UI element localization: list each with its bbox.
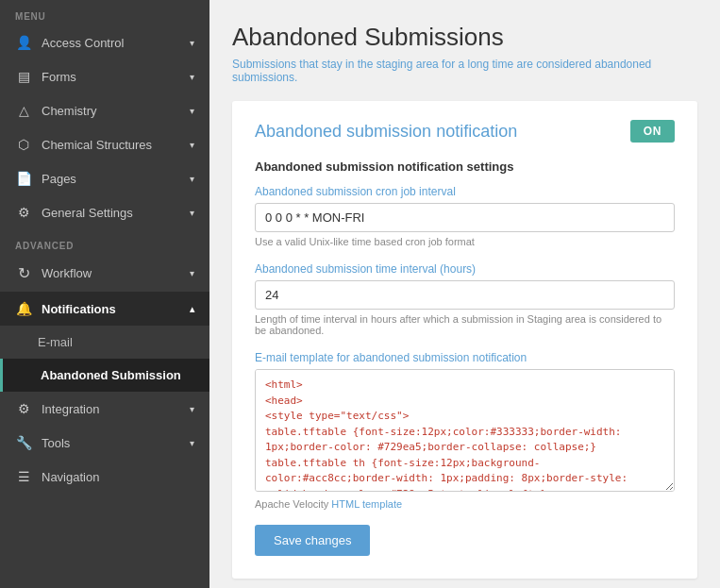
pages-icon: 📄: [15, 171, 32, 186]
email-template-textarea[interactable]: [255, 369, 675, 492]
sidebar-item-label: Navigation: [42, 470, 99, 484]
chemical-structures-icon: ⬡: [15, 137, 32, 152]
main-content: Abandoned Submissions Submissions that s…: [209, 0, 720, 588]
card-title: Abandoned submission notification: [255, 122, 517, 142]
toggle-button[interactable]: ON: [630, 120, 675, 143]
sidebar-item-label: Abandoned Submission: [41, 368, 181, 382]
sidebar: MENU 👤 Access Control ▾ ▤ Forms ▾ △ Chem…: [0, 0, 209, 588]
sidebar-item-label: Forms: [42, 70, 76, 84]
chevron-down-icon: ▾: [190, 38, 194, 48]
chevron-up-icon: ▴: [190, 304, 194, 314]
chevron-down-icon: ▾: [190, 208, 194, 218]
navigation-icon: ☰: [15, 469, 32, 484]
workflow-icon: ↻: [15, 264, 32, 282]
sidebar-item-abandoned-submission[interactable]: Abandoned Submission: [0, 359, 209, 392]
sidebar-item-label: Integration: [42, 402, 99, 416]
interval-field-hint: Length of time interval in hours after w…: [255, 313, 675, 336]
chevron-down-icon: ▾: [190, 438, 194, 448]
template-hint: Apache Velocity HTML template: [255, 498, 675, 510]
sidebar-item-navigation[interactable]: ☰ Navigation: [0, 460, 209, 494]
html-template-text: HTML template: [331, 498, 402, 510]
sidebar-item-general-settings[interactable]: ⚙ General Settings ▾: [0, 195, 209, 229]
sidebar-item-label: General Settings: [42, 206, 133, 220]
bell-icon: 🔔: [15, 301, 32, 316]
email-template-wrapper: [255, 369, 675, 495]
sidebar-item-label: Workflow: [42, 266, 92, 280]
menu-label: MENU: [0, 0, 209, 25]
chevron-down-icon: ▾: [190, 268, 194, 278]
sidebar-item-forms[interactable]: ▤ Forms ▾: [0, 59, 209, 93]
interval-field-label: Abandoned submission time interval (hour…: [255, 262, 675, 276]
card-header: Abandoned submission notification ON: [255, 120, 675, 143]
chevron-down-icon: ▾: [190, 72, 194, 82]
sidebar-item-label: Chemical Structures: [42, 138, 152, 152]
save-button[interactable]: Save changes: [255, 525, 370, 556]
integration-icon: ⚙: [15, 401, 32, 416]
tools-icon: 🔧: [15, 435, 32, 450]
email-template-label: E-mail template for abandoned submission…: [255, 351, 675, 364]
page-title: Abandoned Submissions: [232, 23, 697, 52]
forms-icon: ▤: [15, 69, 32, 84]
sidebar-item-label: Pages: [42, 172, 76, 186]
chevron-down-icon: ▾: [190, 106, 194, 116]
access-control-icon: 👤: [15, 35, 32, 50]
sidebar-item-label: Chemistry: [42, 104, 97, 118]
advanced-label: ADVANCED: [0, 229, 209, 255]
sidebar-item-label: Access Control: [42, 36, 124, 50]
section-heading: Abandoned submission notification settin…: [255, 160, 675, 174]
apache-velocity-text: Apache Velocity: [255, 498, 328, 510]
sidebar-item-tools[interactable]: 🔧 Tools ▾: [0, 426, 209, 460]
cron-field-label: Abandoned submission cron job interval: [255, 185, 675, 198]
chemistry-icon: △: [15, 103, 32, 118]
sidebar-item-chemistry[interactable]: △ Chemistry ▾: [0, 93, 209, 127]
chevron-down-icon: ▾: [190, 404, 194, 414]
cron-input[interactable]: [255, 203, 675, 232]
sidebar-item-label: Notifications: [42, 302, 116, 316]
sidebar-item-access-control[interactable]: 👤 Access Control ▾: [0, 25, 209, 59]
chevron-down-icon: ▾: [190, 140, 194, 150]
page-subtitle: Submissions that stay in the staging are…: [232, 58, 697, 84]
interval-field-group: Abandoned submission time interval (hour…: [255, 262, 675, 336]
sidebar-item-notifications[interactable]: 🔔 Notifications ▴: [0, 292, 209, 326]
settings-card: Abandoned submission notification ON Aba…: [232, 101, 697, 579]
sidebar-item-label: E-mail: [38, 335, 73, 349]
gear-icon: ⚙: [15, 205, 32, 220]
interval-input[interactable]: [255, 280, 675, 310]
chevron-down-icon: ▾: [190, 174, 194, 184]
sidebar-item-integration[interactable]: ⚙ Integration ▾: [0, 392, 209, 426]
sidebar-item-chemical-structures[interactable]: ⬡ Chemical Structures ▾: [0, 127, 209, 161]
cron-field-group: Abandoned submission cron job interval U…: [255, 185, 675, 247]
sidebar-item-label: Tools: [42, 436, 70, 450]
email-template-group: E-mail template for abandoned submission…: [255, 351, 675, 510]
sidebar-item-workflow[interactable]: ↻ Workflow ▾: [0, 255, 209, 292]
sidebar-item-pages[interactable]: 📄 Pages ▾: [0, 161, 209, 195]
sidebar-item-email[interactable]: E-mail: [0, 326, 209, 359]
cron-field-hint: Use a valid Unix-like time based cron jo…: [255, 236, 675, 247]
